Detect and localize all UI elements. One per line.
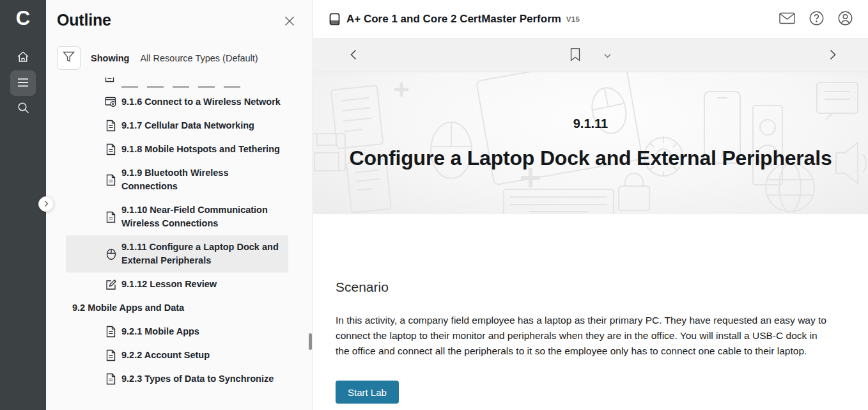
mouse-icon [105,248,117,260]
outline-section-header[interactable]: 9.2 Mobile Apps and Data [66,296,288,320]
chevron-down-icon [604,51,612,60]
outline-panel: Outline Showing All Resource Types (Defa… [46,0,313,410]
bookmark-dropdown-button[interactable] [600,47,616,64]
doc-icon [105,120,117,132]
scenario-heading: Scenario [336,280,868,295]
messages-button[interactable] [777,10,798,29]
outline-list: 9.1.6 Connect to a Wireless Network9.1.7… [46,77,313,392]
close-outline-button[interactable] [282,13,297,31]
outline-header: Outline [46,0,313,31]
lesson-navbar [313,39,868,72]
outline-menu-button[interactable] [10,70,36,96]
close-icon [284,19,295,28]
clipped-list-item[interactable] [66,77,313,89]
header-actions [768,8,855,30]
help-icon [809,11,824,28]
course-book-icon [329,13,340,26]
account-icon [838,11,853,28]
outline-item-label: 9.1.6 Connect to a Wireless Network [121,95,281,109]
doc-icon [105,349,117,361]
next-page-button[interactable] [826,45,840,66]
outline-item-label: 9.1.12 Lesson Review [121,278,217,291]
doc-icon [105,373,117,385]
filter-row: Showing All Resource Types (Default) [57,46,313,70]
course-title-group: A+ Core 1 and Core 2 CertMaster Perform … [329,13,580,26]
outline-item-label: 9.2.3 Types of Data to Synchronize [121,372,274,386]
filter-value-label: All Resource Types (Default) [140,53,258,63]
outline-item[interactable]: 9.1.10 Near-Field Communication Wireless… [66,198,288,235]
outline-item[interactable]: 9.2.1 Mobile Apps [66,320,288,343]
lesson-hero: 9.1.11 Configure a Laptop Dock and Exter… [313,72,868,214]
lesson-content: Scenario In this activity, a company fie… [313,214,868,410]
hero-doodles [313,72,868,214]
search-button[interactable] [10,96,36,122]
doc-icon [105,143,117,155]
home-icon [17,51,29,65]
account-button[interactable] [835,8,855,30]
outline-item[interactable]: 9.1.7 Cellular Data Networking [66,114,288,138]
search-icon [17,102,29,116]
outline-item[interactable]: 9.1.6 Connect to a Wireless Network [66,90,288,114]
doc-icon [105,211,117,223]
main-area: A+ Core 1 and Core 2 CertMaster Perform … [313,0,868,410]
lesson-number: 9.1.11 [573,116,608,131]
outline-item-label: 9.2.2 Account Setup [121,349,210,362]
bookmark-group [566,43,616,67]
doc-icon [105,326,117,338]
bookmark-button[interactable] [566,43,585,67]
course-header: A+ Core 1 and Core 2 CertMaster Perform … [313,0,868,39]
previous-page-button[interactable] [346,45,360,66]
filter-showing-label: Showing [91,53,129,63]
help-button[interactable] [807,8,826,30]
outline-item[interactable]: 9.2.4 Email Configuration Options [66,391,288,392]
app-window: C Outline Showing All Resource Types (De… [0,0,868,410]
outline-item-label: 9.2 Mobile Apps and Data [72,301,184,315]
clipped-text-fragment [121,86,243,88]
outline-item[interactable]: 9.1.9 Bluetooth Wireless Connections [66,161,288,198]
outline-item-label: 9.1.7 Cellular Data Networking [121,119,254,132]
outline-item-label: 9.1.11 Configure a Laptop Dock and Exter… [121,240,279,267]
outline-item-label: 9.1.9 Bluetooth Wireless Connections [121,166,228,193]
outline-item-label: 9.1.8 Mobile Hotspots and Tethering [121,143,280,156]
filter-button[interactable] [57,46,81,70]
video-icon [105,97,117,107]
outline-scrollbar-thumb[interactable] [309,333,312,350]
outline-title: Outline [57,11,111,29]
course-title: A+ Core 1 and Core 2 CertMaster Perform [346,13,561,26]
outline-item-label: 9.2.1 Mobile Apps [121,325,199,338]
collapse-panel-button[interactable] [38,196,54,212]
outline-item[interactable]: 9.1.8 Mobile Hotspots and Tethering [66,138,288,161]
doc-icon [105,77,114,85]
scenario-text: In this activity, a company field employ… [336,313,868,359]
outline-item[interactable]: 9.2.3 Types of Data to Synchronize [66,367,288,391]
menu-icon [17,78,29,89]
bookmark-icon [570,47,581,63]
lesson-title: Configure a Laptop Dock and External Per… [349,146,832,170]
chevron-right-icon [830,49,836,62]
chevron-right-icon [44,200,49,209]
outline-item-label: 9.1.10 Near-Field Communication Wireless… [121,203,268,230]
outline-item[interactable]: 9.2.2 Account Setup [66,343,288,367]
comptia-logo: C [16,4,30,33]
rail-items [10,45,36,122]
course-version-badge: V15 [566,15,580,23]
outline-item[interactable]: 9.1.12 Lesson Review [66,272,288,296]
home-button[interactable] [10,45,36,70]
filter-funnel-icon [63,51,75,65]
chevron-left-icon [350,49,357,62]
outline-item[interactable]: 9.1.11 Configure a Laptop Dock and Exter… [66,235,288,272]
mail-icon [779,12,795,26]
doc-icon [105,174,117,186]
edit-icon [105,279,117,290]
start-lab-button[interactable]: Start Lab [336,381,399,404]
